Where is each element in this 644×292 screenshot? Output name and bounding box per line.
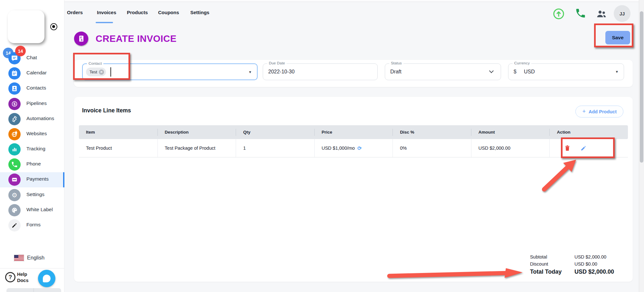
add-product-button[interactable]: + Add Product bbox=[575, 106, 623, 118]
dropdown-icon[interactable]: ▾ bbox=[616, 64, 618, 80]
col-price: Price bbox=[314, 129, 393, 136]
plus-icon: + bbox=[582, 108, 586, 115]
dropdown-icon[interactable]: ▾ bbox=[249, 64, 251, 80]
status-select[interactable]: Status Draft bbox=[385, 63, 501, 80]
sidebar-item-label: Pipelines bbox=[26, 100, 47, 106]
sidebar-item-websites[interactable]: Websites bbox=[0, 127, 64, 142]
currency-symbol: $ bbox=[514, 64, 516, 80]
invoice-page-icon: $ bbox=[74, 32, 88, 46]
col-item: Item bbox=[79, 129, 157, 136]
edit-icon[interactable] bbox=[580, 145, 587, 152]
tab-settings[interactable]: Settings bbox=[190, 10, 209, 15]
us-flag-icon bbox=[14, 255, 24, 261]
sidebar-item-label: Payments bbox=[26, 176, 49, 182]
tab-orders[interactable]: Orders bbox=[67, 10, 83, 15]
sidebar-item-forms[interactable]: Forms bbox=[0, 218, 64, 233]
language-label: English bbox=[27, 255, 44, 261]
invoice-form-card: Contact Test ✕ ▾ Due Date 2022-10-30 Sta… bbox=[74, 60, 633, 87]
sidebar-item-contacts[interactable]: Contacts bbox=[0, 81, 64, 96]
status-value: Draft bbox=[390, 64, 402, 80]
discount-row: Discount USD $0.00 bbox=[530, 261, 614, 267]
notification-badge-red: 14 bbox=[15, 46, 26, 56]
users-icon[interactable] bbox=[596, 8, 607, 20]
sidebar-item-label: Tracking bbox=[26, 146, 45, 152]
automations-icon bbox=[8, 113, 21, 125]
support-chat-bubble-icon[interactable] bbox=[38, 270, 55, 287]
sidebar-toggle-icon[interactable] bbox=[50, 23, 57, 30]
avatar[interactable]: JJ bbox=[614, 5, 630, 22]
sidebar-item-phone[interactable]: Phone bbox=[0, 157, 64, 172]
tab-coupons[interactable]: Coupons bbox=[158, 10, 179, 15]
phone-icon bbox=[8, 158, 21, 171]
sidebar: 14 14 Chat Calendar Contacts $ Pipelines bbox=[0, 0, 64, 292]
active-tab-underline bbox=[96, 22, 113, 23]
sidebar-item-automations[interactable]: Automations bbox=[0, 112, 64, 127]
pencil-icon bbox=[8, 219, 21, 231]
tab-products[interactable]: Products bbox=[127, 10, 148, 15]
language-selector[interactable]: English bbox=[0, 254, 64, 265]
contacts-icon bbox=[8, 82, 21, 95]
save-button[interactable]: Save bbox=[605, 31, 630, 44]
sidebar-item-label: Forms bbox=[26, 222, 41, 228]
sidebar-item-label: Calendar bbox=[26, 70, 47, 76]
tab-invoices[interactable]: Invoices bbox=[97, 10, 116, 15]
sidebar-item-settings[interactable]: ⚙ Settings bbox=[0, 188, 64, 203]
table-header: Item Description Qty Price Disc % Amount… bbox=[79, 125, 628, 139]
help-icon[interactable]: ? bbox=[5, 272, 15, 282]
sidebar-item-label: White Label bbox=[26, 207, 53, 212]
scrollbar-thumb[interactable] bbox=[640, 11, 643, 163]
sidebar-item-label: Settings bbox=[26, 192, 44, 197]
total-today-row: Total Today USD $2,000.00 bbox=[530, 268, 614, 275]
sidebar-divider bbox=[0, 268, 64, 268]
agency-logo bbox=[8, 10, 44, 43]
calendar-icon bbox=[8, 67, 21, 80]
gear-icon: ⚙ bbox=[8, 189, 21, 201]
remove-chip-icon[interactable]: ✕ bbox=[99, 70, 104, 75]
app-screen: 14 14 Chat Calendar Contacts $ Pipelines bbox=[0, 0, 644, 292]
help-docs-link[interactable]: Help Docs bbox=[17, 271, 28, 284]
upgrade-icon[interactable] bbox=[553, 8, 565, 20]
pipelines-icon: $ bbox=[8, 98, 21, 110]
row-description: Test Package of Product bbox=[157, 139, 236, 157]
top-edge bbox=[64, 0, 644, 2]
row-amount: USD $2,000.00 bbox=[471, 139, 550, 157]
sidebar-item-calendar[interactable]: Calendar bbox=[0, 66, 64, 81]
due-date-field[interactable]: Due Date 2022-10-30 bbox=[263, 63, 378, 80]
text-cursor bbox=[110, 67, 111, 77]
annotation-arrow-diagonal bbox=[530, 156, 594, 198]
table-row: Test Product Test Package of Product 1 U… bbox=[79, 139, 628, 157]
currency-value: USD bbox=[524, 64, 535, 80]
chevron-down-icon[interactable] bbox=[489, 69, 494, 73]
row-price: USD $1,000/mo ⟳ bbox=[314, 139, 393, 157]
row-disc: 0% bbox=[393, 139, 471, 157]
row-actions bbox=[549, 139, 628, 157]
sidebar-item-payments[interactable]: Payments bbox=[0, 172, 64, 187]
col-qty: Qty bbox=[236, 129, 314, 136]
col-action: Action bbox=[549, 129, 628, 136]
websites-icon bbox=[8, 128, 21, 140]
tracking-icon bbox=[8, 143, 21, 155]
dialer-phone-icon[interactable] bbox=[575, 7, 586, 19]
scrollbar[interactable] bbox=[639, 0, 644, 292]
line-items-card: Invoice Line Items + Add Product Item De… bbox=[74, 97, 633, 282]
subtotal-row: Subtotal USD $2,000.00 bbox=[530, 254, 614, 259]
page-title: CREATE INVOICE bbox=[96, 33, 176, 44]
col-amount: Amount bbox=[471, 129, 550, 136]
sidebar-item-white-label[interactable]: White Label bbox=[0, 203, 64, 218]
sidebar-item-label: Websites bbox=[26, 131, 47, 137]
line-items-title: Invoice Line Items bbox=[82, 107, 131, 114]
delete-icon[interactable] bbox=[564, 145, 571, 152]
sidebar-item-pipelines[interactable]: $ Pipelines bbox=[0, 97, 64, 112]
row-qty: 1 bbox=[236, 139, 314, 157]
sidebar-item-tracking[interactable]: Tracking bbox=[0, 142, 64, 157]
recurring-icon: ⟳ bbox=[357, 145, 362, 151]
sidebar-item-label: Contacts bbox=[26, 85, 46, 91]
contact-select[interactable]: Contact Test ✕ ▾ bbox=[82, 63, 258, 80]
svg-text:$: $ bbox=[81, 38, 82, 42]
annotation-arrow-horizontal bbox=[385, 268, 528, 281]
col-disc: Disc % bbox=[393, 129, 471, 136]
payments-icon bbox=[8, 174, 21, 186]
collapsed-footer-control bbox=[6, 288, 61, 292]
main-content: Orders Invoices Products Coupons Setting… bbox=[64, 0, 644, 292]
currency-select[interactable]: Currency $ USD ▾ bbox=[508, 63, 624, 80]
